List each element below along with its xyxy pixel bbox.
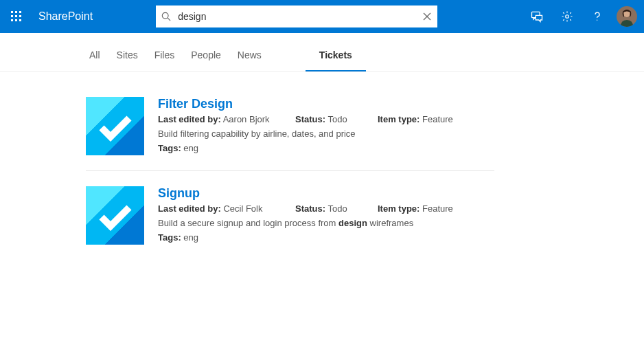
svg-line-10 xyxy=(168,18,170,21)
result-description: Build filtering capability by airline, d… xyxy=(158,129,494,139)
search-tabs: All Sites Files People News Tickets xyxy=(89,33,644,71)
avatar-image xyxy=(617,6,637,27)
waffle-icon xyxy=(11,11,22,22)
settings-button[interactable] xyxy=(552,0,582,33)
gear-icon xyxy=(561,10,573,23)
search-input[interactable] xyxy=(176,10,422,23)
search-results: Filter Design Last edited by: Aaron Bjor… xyxy=(0,72,494,260)
app-name: SharePoint xyxy=(38,10,93,23)
result-thumbnail xyxy=(86,97,144,155)
meta-value-editor: Aaron Bjork xyxy=(223,114,270,124)
app-launcher-button[interactable] xyxy=(0,0,33,33)
meta-value-editor: Cecil Folk xyxy=(223,203,262,214)
svg-point-15 xyxy=(597,20,597,21)
checkmark-icon xyxy=(98,114,133,142)
result-title-link[interactable]: Filter Design xyxy=(158,97,494,111)
result-item: Filter Design Last edited by: Aaron Bjor… xyxy=(86,97,494,171)
feedback-button[interactable] xyxy=(522,0,552,33)
svg-point-9 xyxy=(162,12,168,19)
tab-sites[interactable]: Sites xyxy=(117,49,138,71)
tab-news[interactable]: News xyxy=(238,49,262,71)
help-icon xyxy=(591,10,603,23)
checkmark-icon xyxy=(98,203,133,231)
svg-rect-8 xyxy=(19,19,21,21)
help-button[interactable] xyxy=(582,0,612,33)
meta-label-status: Status: xyxy=(295,203,325,214)
clear-search-button[interactable] xyxy=(422,12,432,21)
result-description: Build a secure signup and login process … xyxy=(158,218,494,228)
meta-value-status: Todo xyxy=(327,203,347,214)
result-meta: Last edited by: Aaron Bjork Status: Todo… xyxy=(158,114,494,124)
svg-rect-5 xyxy=(19,15,21,17)
tab-people[interactable]: People xyxy=(191,49,221,71)
svg-rect-0 xyxy=(11,11,13,13)
svg-rect-2 xyxy=(19,11,21,13)
result-tags: Tags: eng xyxy=(158,143,494,153)
tab-files[interactable]: Files xyxy=(154,49,175,71)
svg-rect-1 xyxy=(15,11,17,13)
meta-label-status: Status: xyxy=(295,114,325,124)
result-tags: Tags: eng xyxy=(158,232,494,243)
meta-label-type: Item type: xyxy=(378,203,419,214)
header-actions xyxy=(522,0,644,33)
search-tabs-bar: All Sites Files People News Tickets xyxy=(0,33,644,72)
chat-icon xyxy=(530,10,544,23)
meta-label-type: Item type: xyxy=(378,114,419,124)
meta-label-editor: Last edited by: xyxy=(158,203,221,214)
result-item: Signup Last edited by: Cecil Folk Status… xyxy=(86,186,494,260)
result-thumbnail xyxy=(86,186,144,245)
user-avatar[interactable] xyxy=(617,6,637,27)
svg-rect-6 xyxy=(11,19,13,21)
tab-all[interactable]: All xyxy=(89,49,100,71)
tab-tickets[interactable]: Tickets xyxy=(306,49,366,71)
svg-rect-3 xyxy=(11,15,13,17)
svg-point-14 xyxy=(566,15,569,19)
result-title-link[interactable]: Signup xyxy=(158,186,494,201)
result-body: Filter Design Last edited by: Aaron Bjor… xyxy=(158,97,494,155)
search-box[interactable] xyxy=(156,5,437,27)
search-icon xyxy=(161,12,171,21)
result-meta: Last edited by: Cecil Folk Status: Todo … xyxy=(158,203,494,214)
meta-value-type: Feature xyxy=(422,114,453,124)
app-header: SharePoint xyxy=(0,0,644,33)
meta-label-editor: Last edited by: xyxy=(158,114,221,124)
meta-value-status: Todo xyxy=(327,114,347,124)
meta-value-type: Feature xyxy=(422,203,453,214)
svg-rect-7 xyxy=(15,19,17,21)
svg-rect-4 xyxy=(15,15,17,17)
result-body: Signup Last edited by: Cecil Folk Status… xyxy=(158,186,494,245)
close-icon xyxy=(422,12,432,21)
